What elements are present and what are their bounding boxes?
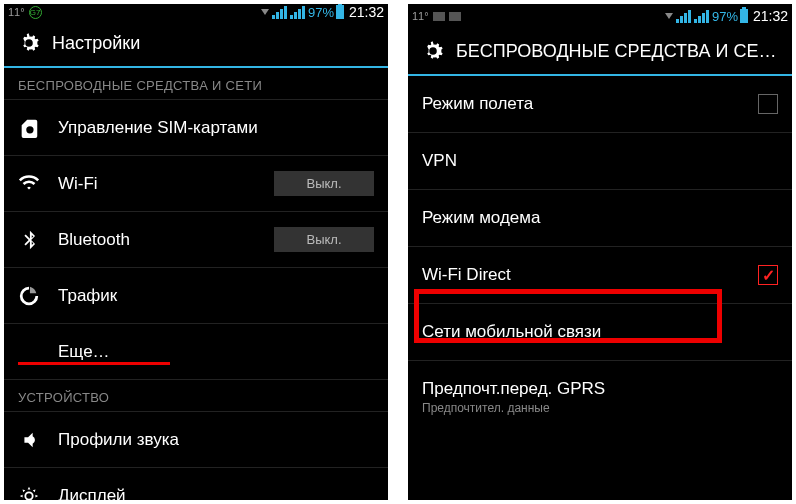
status-notif-icon-2	[449, 12, 461, 21]
status-bar: 11° 97% 21:32	[408, 4, 792, 28]
item-label: Wi-Fi Direct	[422, 265, 758, 285]
display-icon	[18, 485, 50, 500]
item-bluetooth[interactable]: Bluetooth Выкл.	[4, 212, 388, 268]
item-label: VPN	[422, 151, 778, 171]
status-clock: 21:32	[753, 8, 788, 24]
section-wireless: БЕСПРОВОДНЫЕ СРЕДСТВА И СЕТИ	[4, 68, 388, 100]
item-sublabel: Предпочтител. данные	[422, 401, 778, 415]
item-label: Предпочт.перед. GPRS	[422, 379, 778, 399]
item-mobile-networks[interactable]: Сети мобильной связи	[408, 304, 792, 361]
item-label: Профили звука	[58, 430, 374, 450]
download-icon	[665, 13, 673, 19]
item-label: Bluetooth	[58, 230, 274, 250]
item-traffic[interactable]: Трафик	[4, 268, 388, 324]
gear-icon	[420, 38, 446, 64]
airplane-checkbox[interactable]	[758, 94, 778, 114]
item-label: Режим полета	[422, 94, 758, 114]
page-title: Настройки	[52, 33, 140, 54]
item-tethering[interactable]: Режим модема	[408, 190, 792, 247]
settings-list: БЕСПРОВОДНЫЕ СРЕДСТВА И СЕТИ Управление …	[4, 68, 388, 500]
item-label: Wi-Fi	[58, 174, 274, 194]
sound-icon	[18, 429, 50, 451]
header: БЕСПРОВОДНЫЕ СРЕДСТВА И СЕ…	[408, 28, 792, 76]
signal-icon	[272, 5, 287, 19]
item-label: Дисплей	[58, 486, 374, 500]
battery-icon	[336, 5, 344, 19]
download-icon	[261, 9, 269, 15]
item-label: Сети мобильной связи	[422, 322, 778, 342]
status-clock: 21:32	[349, 4, 384, 20]
item-label: Трафик	[58, 286, 374, 306]
status-circle-icon: G7	[29, 6, 42, 19]
status-temp: 11°	[412, 10, 429, 22]
wifi-direct-checkbox[interactable]	[758, 265, 778, 285]
item-more[interactable]: Еще…	[4, 324, 388, 380]
status-temp: 11°	[8, 6, 25, 18]
phone-left-settings: 11° G7 97% 21:32 Настройки БЕСПРОВОДНЫЕ …	[4, 4, 388, 500]
signal-icon	[676, 9, 691, 23]
item-wifi[interactable]: Wi-Fi Выкл.	[4, 156, 388, 212]
item-sound-profiles[interactable]: Профили звука	[4, 412, 388, 468]
battery-indicator: 97%	[712, 9, 748, 24]
item-gprs-preference[interactable]: Предпочт.перед. GPRS Предпочтител. данны…	[408, 361, 792, 433]
item-display[interactable]: Дисплей	[4, 468, 388, 500]
signal-icon-2	[694, 9, 709, 23]
bluetooth-toggle[interactable]: Выкл.	[274, 227, 374, 252]
status-bar: 11° G7 97% 21:32	[4, 4, 388, 20]
highlight-underline	[18, 362, 170, 365]
item-label: Режим модема	[422, 208, 778, 228]
phone-right-wireless: 11° 97% 21:32 БЕСПРОВОДНЫЕ СРЕДСТВА И СЕ…	[408, 4, 792, 500]
wireless-list: Режим полета VPN Режим модема Wi-Fi Dire…	[408, 76, 792, 500]
status-notif-icon	[433, 12, 445, 21]
battery-percent: 97%	[308, 5, 334, 20]
item-airplane-mode[interactable]: Режим полета	[408, 76, 792, 133]
battery-percent: 97%	[712, 9, 738, 24]
data-usage-icon	[18, 285, 50, 307]
battery-indicator: 97%	[308, 5, 344, 20]
header: Настройки	[4, 20, 388, 68]
item-vpn[interactable]: VPN	[408, 133, 792, 190]
page-title: БЕСПРОВОДНЫЕ СРЕДСТВА И СЕ…	[456, 41, 776, 62]
gear-icon	[16, 30, 42, 56]
wifi-icon	[18, 173, 50, 195]
sim-icon	[18, 117, 50, 139]
wifi-toggle[interactable]: Выкл.	[274, 171, 374, 196]
item-sim-management[interactable]: Управление SIM-картами	[4, 100, 388, 156]
item-label: Управление SIM-картами	[58, 118, 374, 138]
bluetooth-icon	[18, 229, 50, 251]
signal-icon-2	[290, 5, 305, 19]
section-device: УСТРОЙСТВО	[4, 380, 388, 412]
battery-icon	[740, 9, 748, 23]
item-label: Еще…	[58, 342, 374, 362]
item-wifi-direct[interactable]: Wi-Fi Direct	[408, 247, 792, 304]
